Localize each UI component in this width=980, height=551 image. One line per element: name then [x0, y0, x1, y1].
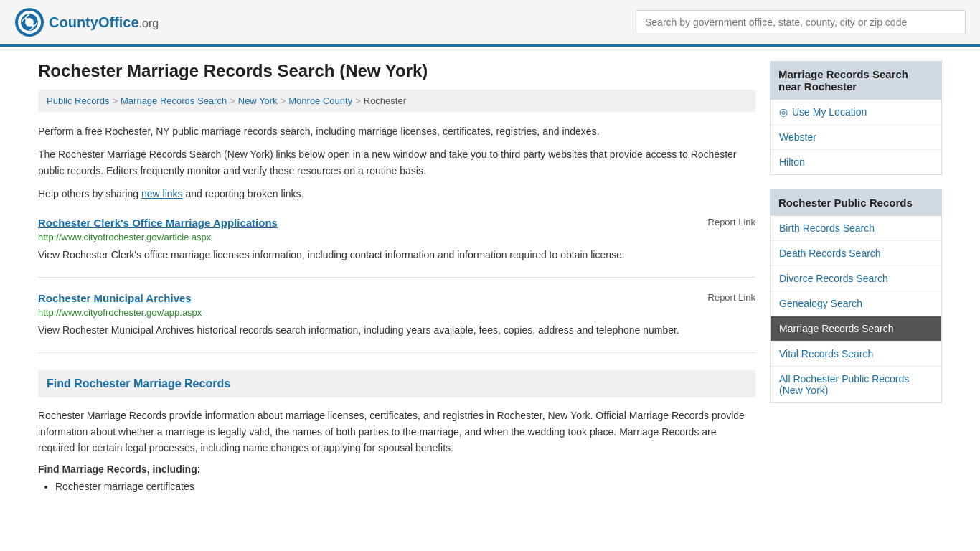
- content-area: Rochester Marriage Records Search (New Y…: [38, 61, 755, 494]
- use-location-label: Use My Location: [792, 106, 867, 118]
- record-desc: View Rochester Municipal Archives histor…: [38, 322, 755, 338]
- public-records-link[interactable]: Divorce Records Search: [771, 266, 941, 291]
- location-icon: ◎: [779, 106, 788, 118]
- record-entry: Rochester Municipal Archives Report Link…: [38, 292, 755, 353]
- description-1: Perform a free Rochester, NY public marr…: [38, 123, 755, 139]
- record-desc: View Rochester Clerk's office marriage l…: [38, 247, 755, 263]
- public-records-link[interactable]: Genealogy Search: [771, 291, 941, 316]
- breadcrumb: Public Records > Marriage Records Search…: [38, 90, 755, 112]
- record-title[interactable]: Rochester Clerk's Office Marriage Applic…: [38, 217, 278, 229]
- search-input[interactable]: [636, 10, 966, 34]
- description-3: Help others by sharing new links and rep…: [38, 186, 755, 202]
- report-link[interactable]: Report Link: [708, 292, 755, 303]
- header: CountyOffice.org: [0, 0, 980, 47]
- record-header: Rochester Municipal Archives Report Link: [38, 292, 755, 304]
- nearby-link[interactable]: Webster: [771, 125, 941, 150]
- breadcrumb-monroe-county[interactable]: Monroe County: [288, 95, 352, 106]
- public-records-links: Birth Records SearchDeath Records Search…: [770, 216, 942, 403]
- record-entry: Rochester Clerk's Office Marriage Applic…: [38, 217, 755, 278]
- bullet-list: Rochester marriage certificates: [55, 481, 755, 492]
- logo-area[interactable]: CountyOffice.org: [14, 7, 159, 37]
- record-title[interactable]: Rochester Municipal Archives: [38, 292, 192, 304]
- main-layout: Rochester Marriage Records Search (New Y…: [24, 47, 956, 509]
- report-link[interactable]: Report Link: [708, 217, 755, 227]
- public-records-link[interactable]: Death Records Search: [771, 241, 941, 266]
- sidebar: Marriage Records Search near Rochester ◎…: [770, 61, 942, 494]
- find-section-body: Rochester Marriage Records provide infor…: [38, 408, 755, 456]
- nearby-links: ◎Use My LocationWebsterHilton: [770, 100, 942, 175]
- public-records-box: Rochester Public Records Birth Records S…: [770, 189, 942, 403]
- breadcrumb-new-york[interactable]: New York: [238, 95, 278, 106]
- find-section-title: Find Rochester Marriage Records: [47, 377, 747, 390]
- nearby-header: Marriage Records Search near Rochester: [770, 61, 942, 100]
- record-url[interactable]: http://www.cityofrochester.gov/app.aspx: [38, 307, 755, 318]
- description-2: The Rochester Marriage Records Search (N…: [38, 146, 755, 179]
- nearby-link[interactable]: Hilton: [771, 150, 941, 174]
- logo-text: CountyOffice.org: [49, 14, 159, 31]
- nearby-box: Marriage Records Search near Rochester ◎…: [770, 61, 942, 175]
- record-url[interactable]: http://www.cityofrochester.gov/article.a…: [38, 232, 755, 242]
- records-container: Rochester Clerk's Office Marriage Applic…: [38, 217, 755, 354]
- record-header: Rochester Clerk's Office Marriage Applic…: [38, 217, 755, 229]
- find-sub-title: Find Marriage Records, including:: [38, 463, 755, 475]
- logo-icon: [14, 7, 44, 37]
- use-my-location-link[interactable]: ◎Use My Location: [771, 100, 941, 125]
- public-records-link[interactable]: All Rochester Public Records (New York): [771, 367, 941, 402]
- breadcrumb-current: Rochester: [364, 95, 406, 106]
- breadcrumb-public-records[interactable]: Public Records: [47, 95, 109, 106]
- page-title: Rochester Marriage Records Search (New Y…: [38, 61, 755, 81]
- public-records-link[interactable]: Marriage Records Search: [771, 316, 941, 342]
- new-links-link[interactable]: new links: [141, 188, 183, 199]
- find-section-header: Find Rochester Marriage Records: [38, 370, 755, 397]
- bullet-item: Rochester marriage certificates: [55, 481, 755, 492]
- public-records-link[interactable]: Birth Records Search: [771, 216, 941, 241]
- public-records-header: Rochester Public Records: [770, 189, 942, 216]
- breadcrumb-marriage-records[interactable]: Marriage Records Search: [121, 95, 227, 106]
- public-records-link[interactable]: Vital Records Search: [771, 342, 941, 367]
- find-section: Find Rochester Marriage Records Rocheste…: [38, 370, 755, 491]
